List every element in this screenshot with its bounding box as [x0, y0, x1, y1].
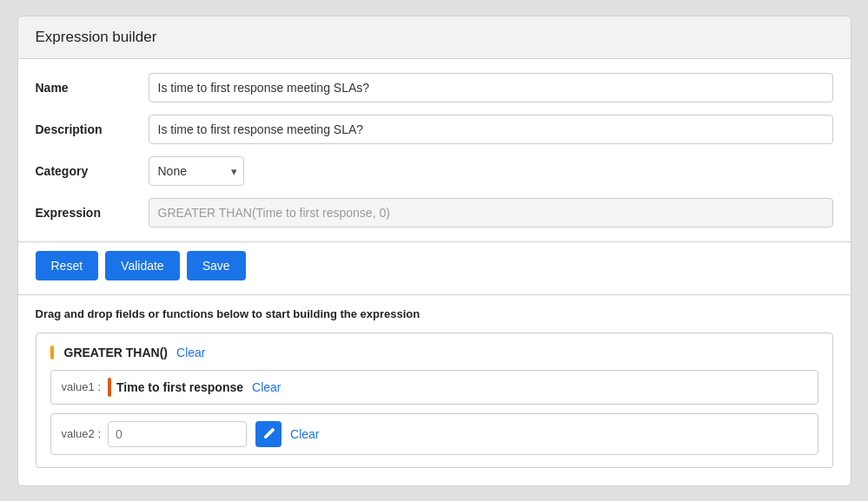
expression-label: Expression: [36, 206, 149, 220]
category-label: Category: [36, 164, 149, 178]
greater-than-inner: GREATER THAN() Clear: [64, 346, 818, 359]
name-input[interactable]: [149, 73, 833, 102]
validate-button[interactable]: Validate: [105, 251, 180, 280]
expression-builder-container: Expression builder Name Description Cate…: [17, 16, 851, 486]
greater-than-label: GREATER THAN(): [64, 346, 169, 359]
pencil-icon: [262, 428, 275, 440]
reset-button[interactable]: Reset: [36, 251, 99, 280]
value2-input[interactable]: [108, 421, 247, 447]
clear-value2-link[interactable]: Clear: [290, 427, 319, 441]
clear-function-link[interactable]: Clear: [176, 346, 205, 359]
description-input[interactable]: [149, 115, 833, 144]
expression-hint: Drag and drop fields or functions below …: [36, 307, 833, 320]
description-row: Description: [36, 115, 833, 144]
page-title: Expression builder: [36, 29, 157, 45]
greater-than-row: GREATER THAN() Clear: [50, 346, 818, 359]
category-select-wrapper: None: [149, 156, 244, 186]
expression-input: [149, 198, 833, 227]
value1-tag-text: Time to first response: [116, 380, 243, 394]
left-border-bar: [50, 346, 54, 359]
name-row: Name: [36, 73, 833, 102]
value1-row: value1 : Time to first response Clear: [50, 370, 818, 405]
save-button[interactable]: Save: [187, 251, 246, 280]
expression-builder-box: GREATER THAN() Clear value1 : Time to fi…: [36, 333, 833, 468]
edit-value2-button[interactable]: [255, 421, 282, 447]
value1-tag-bar: [108, 378, 111, 397]
category-select[interactable]: None: [149, 156, 244, 186]
name-label: Name: [36, 81, 149, 95]
expression-row: Expression: [36, 198, 833, 227]
expression-section: Drag and drop fields or functions below …: [18, 295, 851, 485]
clear-value1-link[interactable]: Clear: [252, 380, 281, 394]
value1-label: value1 :: [62, 380, 102, 393]
value2-row: value2 : Clear: [50, 413, 818, 455]
page-header: Expression builder: [18, 16, 851, 59]
form-section: Name Description Category None Expressio…: [18, 59, 851, 242]
value1-tag: Time to first response: [108, 378, 243, 397]
description-label: Description: [36, 122, 149, 136]
buttons-row: Reset Validate Save: [18, 242, 851, 295]
category-row: Category None: [36, 156, 833, 186]
value2-label: value2 :: [62, 427, 102, 440]
